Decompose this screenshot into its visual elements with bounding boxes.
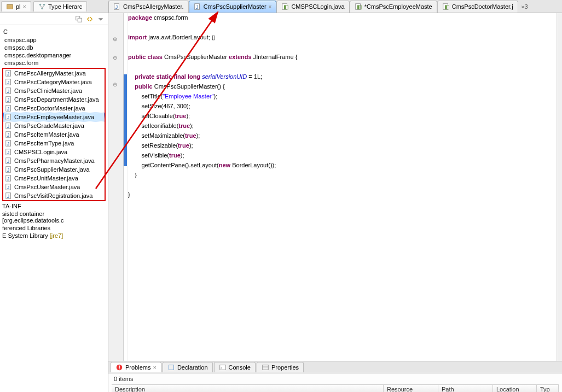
editor-gutter[interactable]: ⊕ ⊖ ⊖	[108, 13, 124, 361]
package-item[interactable]: cmspsc.desktopmanager	[3, 51, 107, 59]
tree-item[interactable]: TA-INF	[1, 202, 107, 210]
package-tree[interactable]: C cmspsc.app cmspsc.db cmspsc.desktopman…	[0, 25, 108, 242]
file-item[interactable]: JCmsPscSupplierMaster.java	[3, 165, 105, 174]
file-item[interactable]: JCmsPscVisitRegistration.java	[3, 191, 105, 200]
change-ruler	[124, 13, 128, 361]
sidebar-tab-label: pl	[16, 3, 21, 10]
properties-icon	[262, 364, 269, 371]
col-location[interactable]: Location	[493, 385, 537, 392]
close-icon[interactable]: ×	[269, 4, 272, 10]
tab-declaration[interactable]: Declaration	[163, 362, 213, 372]
svg-rect-5	[78, 18, 82, 22]
change-mark	[124, 74, 127, 166]
tab-problems[interactable]: Problems ×	[111, 362, 161, 372]
java-file-icon: J	[5, 192, 13, 200]
file-item[interactable]: JCmsPscItemType.java	[3, 139, 105, 148]
file-item[interactable]: JCMSPSCLogin.java	[3, 148, 105, 156]
java-file-icon: J	[5, 87, 13, 95]
tree-item-jre[interactable]: E System Library [jre7]	[1, 232, 107, 239]
bottom-tabbar: Problems × Declaration Console Propertie…	[108, 361, 562, 373]
editor-more-tabs[interactable]: »3	[518, 3, 531, 10]
editor-tab[interactable]: JCmsPscAllergyMaster.	[108, 1, 189, 13]
collapse-marker-icon[interactable]: ⊖	[113, 81, 117, 87]
file-item[interactable]: JCmsPscDepartmentMaster.java	[3, 95, 105, 104]
file-label: CmsPscUserMaster.java	[14, 184, 80, 190]
tab-console[interactable]: Console	[214, 362, 256, 372]
editor-tab[interactable]: ◧CmsPscDoctorMaster.j	[437, 1, 518, 13]
editor-tab-label: CmsPscAllergyMaster.	[123, 3, 184, 10]
java-file-icon: J	[113, 3, 121, 10]
java-file-icon: J	[5, 166, 13, 173]
editor-tab-label: *CmsPscEmployeeMaste	[364, 3, 432, 10]
editor-tab[interactable]: ◧*CmsPscEmployeeMaste	[350, 1, 437, 13]
col-resource[interactable]: Resource	[384, 385, 438, 392]
svg-text:J: J	[195, 4, 198, 10]
file-item[interactable]: JCmsPscAllergyMaster.java	[3, 69, 105, 78]
editor-tab[interactable]: ◧CMSPSCLogin.java	[276, 1, 349, 13]
bottom-tab-label: Declaration	[177, 364, 208, 371]
tree-root[interactable]: C	[1, 27, 107, 36]
svg-text:J: J	[7, 106, 10, 112]
java-file-icon: J	[5, 69, 13, 77]
tab-properties[interactable]: Properties	[257, 362, 304, 372]
file-label: CmsPscDepartmentMaster.java	[14, 96, 99, 103]
tree-item[interactable]: ferenced Libraries	[1, 224, 107, 232]
code-editor[interactable]: package cmspsc.form import java.awt.Bord…	[128, 13, 557, 361]
editor-tab[interactable]: JCmsPscSupplierMaster×	[189, 1, 277, 13]
file-label: CMSPSCLogin.java	[14, 149, 67, 155]
collapse-all-icon[interactable]	[75, 15, 83, 23]
close-icon[interactable]: ×	[153, 364, 156, 371]
editor-tabbar: JCmsPscAllergyMaster.JCmsPscSupplierMast…	[108, 0, 562, 13]
link-editor-icon[interactable]	[86, 15, 94, 23]
file-label: CmsPscGradeMaster.java	[14, 122, 84, 129]
svg-text:J: J	[7, 97, 10, 103]
java-file-icon: J	[5, 113, 13, 121]
file-item[interactable]: JCmsPscClinicMaster.java	[3, 86, 105, 95]
svg-point-1	[39, 4, 42, 6]
file-item[interactable]: JCmsPscDoctorMaster.java	[3, 104, 105, 113]
file-item[interactable]: JCmsPscEmployeeMaster.java	[3, 113, 105, 121]
col-description[interactable]: Description	[112, 385, 384, 392]
svg-text:◧: ◧	[356, 4, 361, 10]
java-file-icon: J	[5, 96, 13, 103]
svg-text:◧: ◧	[444, 4, 449, 10]
problems-count: 0 items	[112, 375, 559, 383]
file-label: CmsPscClinicMaster.java	[14, 87, 82, 94]
file-label: CmsPscItemMaster.java	[14, 131, 79, 138]
jre-suffix: [jre7]	[50, 232, 63, 239]
problems-body: 0 items Description Resource Path Locati…	[108, 373, 562, 392]
declaration-icon	[167, 364, 175, 371]
annotated-file-box: JCmsPscAllergyMaster.javaJCmsPscCategory…	[2, 68, 106, 201]
java-file-icon: J	[194, 3, 201, 10]
svg-text:J: J	[7, 149, 10, 155]
file-item[interactable]: JCmsPscCategoryMaster.java	[3, 78, 105, 86]
file-label: CmsPscAllergyMaster.java	[14, 70, 86, 77]
close-icon[interactable]: ×	[23, 3, 26, 10]
hierarchy-icon	[38, 3, 46, 10]
svg-rect-47	[119, 366, 120, 368]
editor-area: JCmsPscAllergyMaster.JCmsPscSupplierMast…	[108, 0, 562, 361]
file-item[interactable]: JCmsPscPharmacyMaster.java	[3, 156, 105, 165]
package-item[interactable]: cmspsc.form	[3, 59, 107, 67]
sidebar-tab-type-hierarchy[interactable]: Type Hierarc	[33, 1, 87, 11]
col-type[interactable]: Typ	[537, 385, 559, 392]
svg-rect-49	[169, 365, 174, 370]
package-item[interactable]: cmspsc.app	[3, 36, 107, 44]
expand-marker-icon[interactable]: ⊕	[113, 36, 117, 42]
bottom-tab-label: Properties	[271, 364, 299, 371]
col-path[interactable]: Path	[438, 385, 493, 392]
view-menu-icon[interactable]	[97, 15, 105, 23]
collapse-marker-icon[interactable]: ⊖	[113, 55, 117, 61]
file-item[interactable]: JCmsPscUnitMaster.java	[3, 174, 105, 183]
sidebar-tab-package-explorer[interactable]: pl ×	[1, 1, 31, 11]
svg-rect-0	[7, 5, 13, 9]
file-item[interactable]: JCmsPscItemMaster.java	[3, 130, 105, 139]
java-file-icon: J	[5, 148, 13, 156]
overview-ruler[interactable]	[557, 13, 562, 361]
package-list: cmspsc.app cmspsc.db cmspsc.desktopmanag…	[3, 36, 107, 67]
package-item[interactable]: cmspsc.db	[3, 44, 107, 51]
file-item[interactable]: JCmsPscGradeMaster.java	[3, 121, 105, 130]
svg-rect-51	[263, 365, 269, 370]
tree-item[interactable]: sisted container [org.eclipse.datatools.…	[1, 210, 107, 224]
file-item[interactable]: JCmsPscUserMaster.java	[3, 183, 105, 191]
